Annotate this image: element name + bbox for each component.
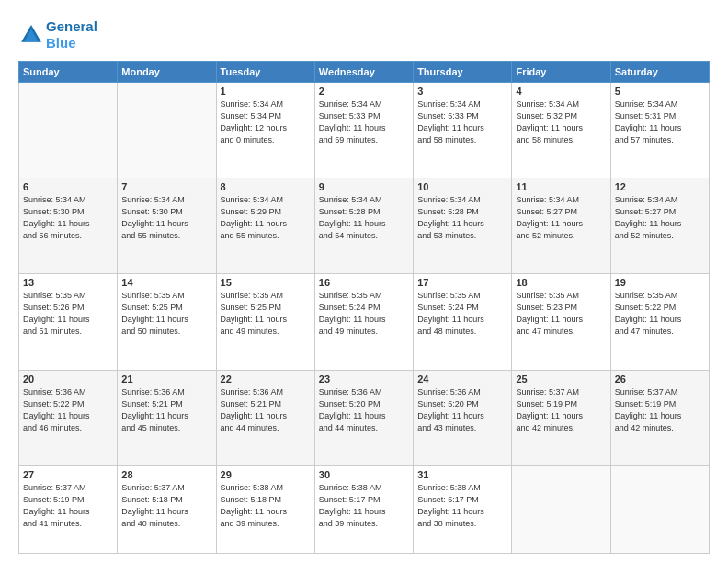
day-number: 15 [221, 277, 311, 288]
day-number: 14 [121, 277, 211, 288]
calendar-week-row: 20Sunrise: 5:36 AM Sunset: 5:22 PM Dayli… [19, 370, 710, 465]
calendar-cell: 11Sunrise: 5:34 AM Sunset: 5:27 PM Dayli… [512, 178, 610, 274]
col-header-saturday: Saturday [610, 62, 709, 83]
day-info: Sunrise: 5:35 AM Sunset: 5:22 PM Dayligh… [615, 290, 705, 338]
header: General Blue [18, 15, 710, 52]
calendar-cell: 9Sunrise: 5:34 AM Sunset: 5:28 PM Daylig… [314, 178, 413, 274]
day-number: 28 [121, 469, 211, 480]
calendar-cell: 5Sunrise: 5:34 AM Sunset: 5:31 PM Daylig… [610, 83, 709, 178]
day-number: 22 [221, 373, 311, 385]
day-info: Sunrise: 5:35 AM Sunset: 5:26 PM Dayligh… [23, 290, 113, 338]
day-info: Sunrise: 5:38 AM Sunset: 5:18 PM Dayligh… [221, 482, 311, 530]
day-number: 23 [319, 373, 409, 385]
calendar-cell: 6Sunrise: 5:34 AM Sunset: 5:30 PM Daylig… [19, 178, 118, 274]
day-number: 11 [516, 181, 606, 192]
calendar-cell: 10Sunrise: 5:34 AM Sunset: 5:28 PM Dayli… [414, 178, 512, 274]
day-number: 10 [417, 181, 507, 192]
day-info: Sunrise: 5:34 AM Sunset: 5:27 PM Dayligh… [615, 194, 705, 242]
day-number: 26 [615, 373, 705, 385]
calendar-cell: 15Sunrise: 5:35 AM Sunset: 5:25 PM Dayli… [216, 274, 314, 370]
day-info: Sunrise: 5:34 AM Sunset: 5:28 PM Dayligh… [417, 194, 507, 242]
calendar-cell [610, 465, 709, 553]
day-info: Sunrise: 5:35 AM Sunset: 5:24 PM Dayligh… [417, 290, 507, 338]
calendar-cell: 3Sunrise: 5:34 AM Sunset: 5:33 PM Daylig… [414, 83, 512, 178]
calendar-cell: 14Sunrise: 5:35 AM Sunset: 5:25 PM Dayli… [118, 274, 216, 370]
day-info: Sunrise: 5:37 AM Sunset: 5:19 PM Dayligh… [516, 386, 606, 434]
day-number: 29 [221, 469, 311, 480]
day-number: 18 [516, 277, 606, 288]
day-number: 3 [417, 86, 507, 97]
day-info: Sunrise: 5:37 AM Sunset: 5:19 PM Dayligh… [615, 386, 705, 434]
day-info: Sunrise: 5:36 AM Sunset: 5:20 PM Dayligh… [417, 386, 507, 434]
calendar-week-row: 1Sunrise: 5:34 AM Sunset: 5:34 PM Daylig… [19, 83, 710, 178]
day-number: 31 [417, 469, 507, 480]
calendar-cell: 30Sunrise: 5:38 AM Sunset: 5:17 PM Dayli… [314, 465, 413, 553]
day-number: 21 [121, 373, 211, 385]
calendar-cell: 7Sunrise: 5:34 AM Sunset: 5:30 PM Daylig… [118, 178, 216, 274]
day-info: Sunrise: 5:34 AM Sunset: 5:30 PM Dayligh… [23, 194, 113, 242]
day-number: 20 [23, 373, 113, 385]
calendar-cell: 4Sunrise: 5:34 AM Sunset: 5:32 PM Daylig… [512, 83, 610, 178]
calendar-cell: 8Sunrise: 5:34 AM Sunset: 5:29 PM Daylig… [216, 178, 314, 274]
day-number: 5 [615, 86, 705, 97]
day-number: 19 [615, 277, 705, 288]
calendar-cell: 13Sunrise: 5:35 AM Sunset: 5:26 PM Dayli… [19, 274, 118, 370]
col-header-friday: Friday [512, 62, 610, 83]
day-info: Sunrise: 5:38 AM Sunset: 5:17 PM Dayligh… [417, 482, 507, 530]
logo-icon [18, 22, 44, 48]
calendar-cell: 17Sunrise: 5:35 AM Sunset: 5:24 PM Dayli… [414, 274, 512, 370]
calendar-week-row: 27Sunrise: 5:37 AM Sunset: 5:19 PM Dayli… [19, 465, 710, 553]
calendar-cell: 31Sunrise: 5:38 AM Sunset: 5:17 PM Dayli… [414, 465, 512, 553]
day-number: 27 [23, 469, 113, 480]
day-info: Sunrise: 5:36 AM Sunset: 5:21 PM Dayligh… [221, 386, 311, 434]
day-info: Sunrise: 5:34 AM Sunset: 5:33 PM Dayligh… [417, 98, 507, 146]
day-info: Sunrise: 5:35 AM Sunset: 5:24 PM Dayligh… [319, 290, 409, 338]
day-number: 6 [23, 181, 113, 192]
calendar-cell: 21Sunrise: 5:36 AM Sunset: 5:21 PM Dayli… [118, 370, 216, 465]
calendar-cell [118, 83, 216, 178]
calendar-cell: 16Sunrise: 5:35 AM Sunset: 5:24 PM Dayli… [314, 274, 413, 370]
calendar-cell: 29Sunrise: 5:38 AM Sunset: 5:18 PM Dayli… [216, 465, 314, 553]
calendar-table: SundayMondayTuesdayWednesdayThursdayFrid… [18, 61, 710, 554]
day-info: Sunrise: 5:38 AM Sunset: 5:17 PM Dayligh… [319, 482, 409, 530]
calendar-cell: 23Sunrise: 5:36 AM Sunset: 5:20 PM Dayli… [314, 370, 413, 465]
day-info: Sunrise: 5:34 AM Sunset: 5:27 PM Dayligh… [516, 194, 606, 242]
day-number: 30 [319, 469, 409, 480]
calendar-cell: 27Sunrise: 5:37 AM Sunset: 5:19 PM Dayli… [19, 465, 118, 553]
day-info: Sunrise: 5:35 AM Sunset: 5:25 PM Dayligh… [121, 290, 211, 338]
calendar-week-row: 13Sunrise: 5:35 AM Sunset: 5:26 PM Dayli… [19, 274, 710, 370]
day-info: Sunrise: 5:36 AM Sunset: 5:21 PM Dayligh… [121, 386, 211, 434]
day-number: 8 [221, 181, 311, 192]
day-number: 13 [23, 277, 113, 288]
day-info: Sunrise: 5:37 AM Sunset: 5:19 PM Dayligh… [23, 482, 113, 530]
day-number: 9 [319, 181, 409, 192]
calendar-cell: 24Sunrise: 5:36 AM Sunset: 5:20 PM Dayli… [414, 370, 512, 465]
logo-text: General Blue [46, 18, 97, 52]
day-info: Sunrise: 5:34 AM Sunset: 5:30 PM Dayligh… [121, 194, 211, 242]
calendar-cell: 1Sunrise: 5:34 AM Sunset: 5:34 PM Daylig… [216, 83, 314, 178]
day-info: Sunrise: 5:35 AM Sunset: 5:25 PM Dayligh… [221, 290, 311, 338]
col-header-sunday: Sunday [19, 62, 118, 83]
day-info: Sunrise: 5:34 AM Sunset: 5:31 PM Dayligh… [615, 98, 705, 146]
calendar-cell: 22Sunrise: 5:36 AM Sunset: 5:21 PM Dayli… [216, 370, 314, 465]
day-info: Sunrise: 5:36 AM Sunset: 5:20 PM Dayligh… [319, 386, 409, 434]
day-info: Sunrise: 5:34 AM Sunset: 5:32 PM Dayligh… [516, 98, 606, 146]
day-info: Sunrise: 5:34 AM Sunset: 5:33 PM Dayligh… [319, 98, 409, 146]
day-info: Sunrise: 5:35 AM Sunset: 5:23 PM Dayligh… [516, 290, 606, 338]
day-info: Sunrise: 5:36 AM Sunset: 5:22 PM Dayligh… [23, 386, 113, 434]
day-number: 16 [319, 277, 409, 288]
day-number: 7 [121, 181, 211, 192]
day-number: 12 [615, 181, 705, 192]
col-header-wednesday: Wednesday [314, 62, 413, 83]
calendar-cell: 28Sunrise: 5:37 AM Sunset: 5:18 PM Dayli… [118, 465, 216, 553]
calendar-cell: 12Sunrise: 5:34 AM Sunset: 5:27 PM Dayli… [610, 178, 709, 274]
day-number: 4 [516, 86, 606, 97]
calendar-cell: 25Sunrise: 5:37 AM Sunset: 5:19 PM Dayli… [512, 370, 610, 465]
calendar-header-row: SundayMondayTuesdayWednesdayThursdayFrid… [19, 62, 710, 83]
calendar-cell: 18Sunrise: 5:35 AM Sunset: 5:23 PM Dayli… [512, 274, 610, 370]
col-header-monday: Monday [118, 62, 216, 83]
col-header-tuesday: Tuesday [216, 62, 314, 83]
day-number: 1 [221, 86, 311, 97]
calendar-cell [19, 83, 118, 178]
logo: General Blue [18, 18, 97, 52]
